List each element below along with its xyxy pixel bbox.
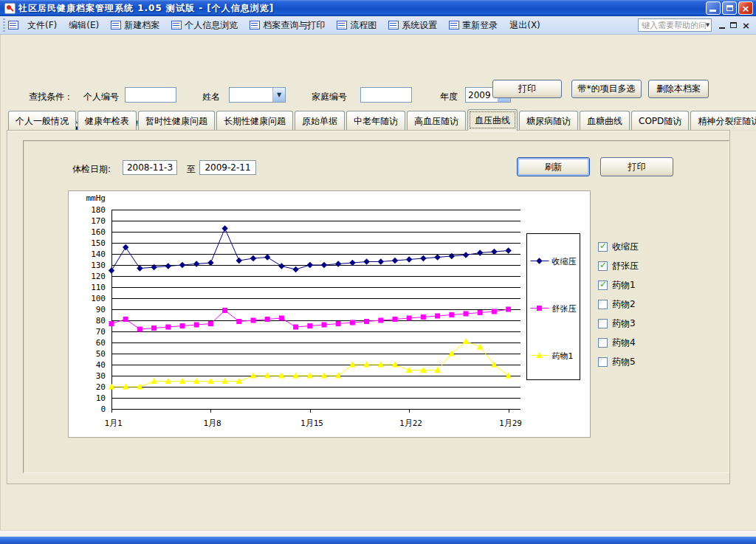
menu-item-7[interactable]: 重新登录 <box>443 18 504 33</box>
svg-text:70: 70 <box>96 327 106 337</box>
minimize-button[interactable] <box>706 1 721 15</box>
svg-text:mmHg: mmHg <box>86 193 106 203</box>
menu-item-3[interactable]: 个人信息浏览 <box>165 18 244 33</box>
svg-text:舒张压: 舒张压 <box>552 304 577 314</box>
tab-0[interactable]: 个人一般情况 <box>8 111 76 131</box>
menu-item-label: 文件(F) <box>27 19 57 32</box>
menu-item-label: 流程图 <box>350 19 377 32</box>
name-combobox-button[interactable]: ▼ <box>272 88 285 102</box>
svg-text:1月29: 1月29 <box>499 419 522 428</box>
taskbar-edge <box>0 537 756 544</box>
svg-text:收缩压: 收缩压 <box>552 257 577 266</box>
menu-item-4[interactable]: 档案查询与打印 <box>244 18 331 33</box>
mdi-restore-button[interactable] <box>730 22 737 28</box>
series-checkbox-row-1: 舒张压 <box>598 256 639 275</box>
menu-item-label: 个人信息浏览 <box>185 19 238 32</box>
series-checkbox-3[interactable] <box>598 300 608 309</box>
print-chart-button[interactable]: 打印 <box>600 157 673 176</box>
menu-item-label: 系统设置 <box>402 19 437 32</box>
menu-item-label: 档案查询与打印 <box>263 19 325 32</box>
form-icon <box>388 21 399 30</box>
series-checkbox-label: 药物2 <box>612 298 636 311</box>
tab-3[interactable]: 长期性健康问题 <box>216 111 293 131</box>
mdi-minimize-button[interactable] <box>719 27 725 29</box>
svg-text:110: 110 <box>91 283 106 292</box>
series-checkbox-6[interactable] <box>598 357 608 367</box>
svg-text:90: 90 <box>96 305 106 314</box>
tab-1[interactable]: 健康年检表 <box>78 111 137 131</box>
svg-text:100: 100 <box>91 294 106 303</box>
menu-item-label: 新建档案 <box>124 19 159 32</box>
svg-text:20: 20 <box>96 382 106 392</box>
menu-item-2[interactable]: 新建档案 <box>105 18 165 33</box>
mdi-close-button[interactable]: × <box>742 21 750 30</box>
menu-item-5[interactable]: 流程图 <box>331 18 382 33</box>
svg-text:药物1: 药物1 <box>552 351 574 361</box>
menu-item-8[interactable]: 退出(X) <box>504 18 546 33</box>
svg-text:130: 130 <box>91 261 106 270</box>
series-checkbox-1[interactable] <box>598 261 608 271</box>
tab-2[interactable]: 暂时性健康问题 <box>138 111 215 131</box>
series-checkbox-0[interactable] <box>598 242 608 252</box>
series-checkbox-label: 舒张压 <box>612 260 639 272</box>
svg-text:80: 80 <box>96 316 106 326</box>
svg-text:170: 170 <box>91 216 106 226</box>
personal-id-input[interactable] <box>125 87 176 103</box>
family-id-input[interactable] <box>360 87 412 103</box>
series-checkbox-5[interactable] <box>598 338 608 348</box>
series-checkbox-2[interactable] <box>598 280 608 290</box>
series-checkbox-label: 药物4 <box>612 337 636 349</box>
menu-item-label: 编辑(E) <box>69 19 99 32</box>
menu-item-label: 重新登录 <box>462 19 498 32</box>
help-placeholder: 键入需要帮助的问题 <box>642 20 706 31</box>
refresh-button[interactable]: 刷新 <box>517 157 590 176</box>
svg-text:0: 0 <box>100 404 106 414</box>
date-from-input[interactable] <box>123 160 177 175</box>
svg-text:30: 30 <box>96 371 106 381</box>
restore-button[interactable] <box>722 1 737 15</box>
series-checkbox-row-4: 药物3 <box>598 314 639 333</box>
tab-9[interactable]: 血糖曲线 <box>580 111 630 131</box>
series-checkbox-4[interactable] <box>598 319 608 328</box>
svg-text:60: 60 <box>96 338 106 348</box>
tab-5[interactable]: 中老年随访 <box>346 111 405 131</box>
exam-date-label: 体检日期: <box>72 163 111 176</box>
tab-7[interactable]: 血压曲线 <box>467 109 518 131</box>
help-search-input[interactable]: 键入需要帮助的问题 ▼ <box>638 18 712 32</box>
close-button[interactable]: × <box>738 1 753 15</box>
name-combobox[interactable]: ▼ <box>229 87 286 103</box>
search-criteria-label: 查找条件： <box>29 91 73 103</box>
svg-text:1月22: 1月22 <box>399 419 422 428</box>
form-icon <box>250 21 260 30</box>
svg-text:1月15: 1月15 <box>300 419 323 428</box>
tab-8[interactable]: 糖尿病随访 <box>519 111 578 131</box>
app-window: 社区居民健康档案管理系统 1.05 测试版 - [个人信息浏览] × 文件(F)… <box>0 0 756 544</box>
chevron-down-icon[interactable]: ▼ <box>706 22 709 28</box>
series-checkboxes: 收缩压舒张压药物1药物2药物3药物4药物5 <box>598 237 639 371</box>
delete-record-button[interactable]: 删除本档案 <box>648 80 709 98</box>
menu-item-1[interactable]: 编辑(E) <box>63 18 105 33</box>
restore-icon <box>726 5 733 11</box>
menu-item-label: 退出(X) <box>509 19 540 32</box>
tab-strip: 个人一般情况健康年检表暂时性健康问题长期性健康问题原始单据中老年随访高血压随访血… <box>8 109 756 131</box>
toolbar-grip[interactable] <box>3 18 5 32</box>
minimize-icon <box>709 10 716 12</box>
date-to-label: 至 <box>187 163 196 176</box>
multi-select-button[interactable]: 带*的项目多选 <box>571 80 642 98</box>
date-to-input[interactable] <box>199 160 256 175</box>
form-icon <box>111 21 121 30</box>
menu-item-0[interactable]: 文件(F) <box>21 18 63 33</box>
series-checkbox-row-3: 药物2 <box>598 295 639 314</box>
tab-11[interactable]: 精神分裂症随访 <box>690 111 756 131</box>
mdi-window-controls: × <box>719 21 750 30</box>
menubar: 文件(F)编辑(E)新建档案个人信息浏览档案查询与打印流程图系统设置重新登录退出… <box>0 16 756 35</box>
tab-4[interactable]: 原始单据 <box>295 111 345 131</box>
svg-text:140: 140 <box>91 249 106 259</box>
tab-6[interactable]: 高血压随访 <box>407 111 466 131</box>
year-label: 年度 <box>440 91 458 103</box>
svg-text:180: 180 <box>91 205 106 215</box>
titlebar: 社区居民健康档案管理系统 1.05 测试版 - [个人信息浏览] × <box>0 0 756 16</box>
tab-10[interactable]: COPD随访 <box>631 111 689 131</box>
menu-item-6[interactable]: 系统设置 <box>382 18 443 33</box>
print-record-button[interactable]: 打印 <box>492 80 562 98</box>
